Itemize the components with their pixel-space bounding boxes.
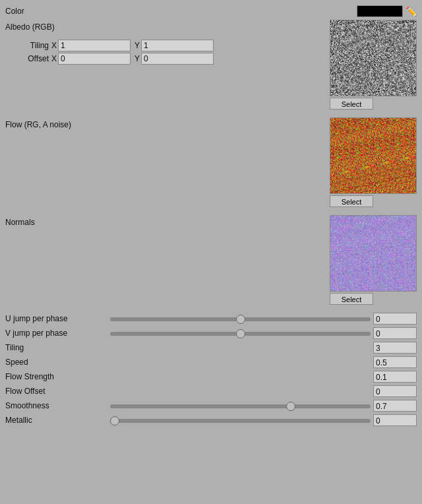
offset-row-label: Offset [5, 54, 51, 63]
albedo-thumbnail[interactable] [330, 20, 417, 96]
smoothness-label: Smoothness [5, 401, 107, 410]
v-jump-row: V jump per phase 0 [5, 327, 417, 339]
u-jump-label: U jump per phase [5, 314, 107, 323]
normals-thumb-wrap: Select [330, 215, 417, 305]
u-jump-slider[interactable] [110, 317, 371, 321]
tiling2-value[interactable]: 3 [373, 342, 417, 354]
flow-offset-value[interactable]: 0 [373, 385, 417, 397]
smoothness-value[interactable]: 0.7 [373, 400, 417, 412]
tiling2-row: Tiling 3 [5, 342, 417, 354]
color-swatch[interactable] [357, 5, 403, 17]
flow-block: Flow (RG, A noise) Select [5, 117, 417, 207]
v-jump-label: V jump per phase [5, 329, 107, 338]
flow-strength-value[interactable]: 0.1 [373, 371, 417, 383]
offset-x-label: X [51, 54, 57, 63]
v-jump-slider-track [110, 329, 371, 338]
v-jump-slider[interactable] [110, 332, 371, 336]
speed-label: Speed [5, 358, 107, 367]
flow-strength-label: Flow Strength [5, 372, 107, 381]
flow-canvas [330, 118, 416, 193]
flow-label: Flow (RG, A noise) [5, 117, 327, 132]
smoothness-slider-track [110, 401, 371, 410]
offset-x-input[interactable] [58, 53, 131, 65]
u-jump-row: U jump per phase 0 [5, 313, 417, 325]
tiling2-label: Tiling [5, 343, 107, 352]
flow-left: Flow (RG, A noise) [5, 117, 330, 132]
metallic-label: Metallic [5, 416, 107, 425]
tiling-x-input[interactable] [58, 40, 131, 51]
offset-y-label: Y [135, 54, 140, 63]
tiling-y-input[interactable] [141, 40, 214, 51]
metallic-slider[interactable] [110, 419, 371, 423]
u-jump-slider-track [110, 314, 371, 323]
color-row: Color ✏️ [5, 5, 417, 17]
albedo-label: Albedo (RGB) [5, 20, 327, 34]
metallic-value[interactable]: 0 [373, 414, 417, 426]
offset-y-input[interactable] [141, 53, 214, 65]
flow-offset-label: Flow Offset [5, 387, 107, 396]
albedo-left: Albedo (RGB) Tiling X Y Offset X Y [5, 20, 330, 66]
flow-select-button[interactable]: Select [330, 195, 373, 207]
metallic-slider-track [110, 416, 371, 425]
speed-value[interactable]: 0.5 [373, 356, 417, 368]
speed-row: Speed 0.5 [5, 356, 417, 368]
albedo-thumb-wrap: Select [330, 20, 417, 110]
normals-select-button[interactable]: Select [330, 293, 373, 305]
flow-thumb-wrap: Select [330, 117, 417, 207]
normals-thumbnail[interactable] [330, 215, 417, 292]
color-label: Color [5, 7, 98, 16]
flow-offset-row: Flow Offset 0 [5, 385, 417, 397]
normals-block: Normals Select [5, 215, 417, 305]
normals-left: Normals [5, 215, 330, 230]
tiling-y-label: Y [135, 41, 140, 50]
u-jump-value[interactable]: 0 [373, 313, 417, 325]
tiling-row: Tiling X Y [5, 40, 327, 51]
smoothness-row: Smoothness 0.7 [5, 400, 417, 412]
metallic-row: Metallic 0 [5, 414, 417, 426]
main-panel: Color ✏️ Albedo (RGB) Tiling X Y Offset … [0, 0, 422, 434]
smoothness-slider[interactable] [110, 404, 371, 408]
albedo-block: Albedo (RGB) Tiling X Y Offset X Y [5, 20, 417, 110]
offset-row: Offset X Y [5, 53, 327, 65]
albedo-select-button[interactable]: Select [330, 98, 373, 110]
normals-label: Normals [5, 215, 327, 230]
normals-canvas [330, 216, 416, 291]
albedo-canvas [330, 20, 416, 96]
v-jump-value[interactable]: 0 [373, 327, 417, 339]
albedo-tiling-offset: Tiling X Y Offset X Y [5, 40, 327, 65]
pencil-icon[interactable]: ✏️ [406, 6, 417, 16]
tiling-x-label: X [51, 41, 57, 50]
flow-thumbnail[interactable] [330, 117, 417, 194]
flow-strength-row: Flow Strength 0.1 [5, 371, 417, 383]
tiling-row-label: Tiling [5, 41, 51, 50]
